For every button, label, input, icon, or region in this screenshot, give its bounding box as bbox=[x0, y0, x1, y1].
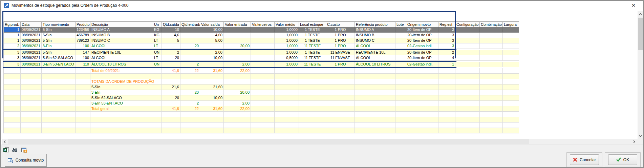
grid-cell[interactable] bbox=[153, 101, 162, 106]
grid-cell[interactable]: KG bbox=[153, 27, 162, 33]
column-header[interactable]: Rg.prod. bbox=[4, 21, 21, 27]
column-header[interactable]: Un bbox=[153, 21, 162, 27]
grid-cell[interactable]: 20-Item de OP bbox=[406, 50, 438, 55]
grid-cell[interactable]: 31,60 bbox=[200, 68, 224, 74]
grid-row[interactable]: TOTAIS DA ORDEM DE PRODUÇÃO bbox=[4, 79, 519, 85]
grid-cell[interactable]: 1 PRO bbox=[326, 62, 355, 67]
grid-cell[interactable] bbox=[275, 85, 299, 90]
column-header[interactable]: Valor saída bbox=[200, 21, 224, 27]
grid-cell[interactable]: INSUMO A bbox=[355, 27, 395, 33]
grid-cell[interactable] bbox=[299, 106, 326, 112]
grid-cell[interactable] bbox=[4, 117, 21, 123]
grid-cell[interactable] bbox=[455, 117, 480, 123]
grid-cell[interactable]: 20 bbox=[180, 90, 200, 95]
grid-cell[interactable] bbox=[42, 101, 76, 106]
grid-cell[interactable] bbox=[299, 79, 326, 85]
grid-cell[interactable]: INSUMO C bbox=[90, 38, 153, 43]
grid-cell[interactable] bbox=[90, 112, 153, 117]
grid-cell[interactable] bbox=[224, 55, 251, 61]
grid-cell[interactable] bbox=[480, 43, 503, 49]
column-header[interactable]: Descrição bbox=[90, 21, 153, 27]
grid-cell[interactable]: 100 bbox=[76, 43, 90, 49]
grid-cell[interactable]: 3-EIn 53-ENT.ACO bbox=[42, 62, 76, 67]
grid-cell[interactable] bbox=[275, 128, 299, 133]
grid-cell[interactable]: ÁLCOOL bbox=[90, 43, 153, 49]
grid-cell[interactable] bbox=[355, 112, 395, 117]
grid-cell[interactable] bbox=[153, 128, 162, 133]
grid-cell[interactable] bbox=[395, 33, 406, 38]
grid-cell[interactable]: 31,60 bbox=[200, 106, 224, 112]
grid-cell[interactable] bbox=[76, 106, 90, 112]
grid-cell[interactable]: 3 bbox=[4, 62, 21, 67]
grid-cell[interactable] bbox=[503, 123, 519, 128]
grid-cell[interactable] bbox=[42, 95, 76, 101]
grid-cell[interactable]: 4,6 bbox=[162, 33, 180, 38]
grid-cell[interactable]: 2 bbox=[180, 62, 200, 67]
grid-cell[interactable] bbox=[42, 90, 76, 95]
grid-cell[interactable] bbox=[153, 90, 162, 95]
grid-cell[interactable] bbox=[503, 85, 519, 90]
grid-cell[interactable] bbox=[153, 79, 162, 85]
grid-cell[interactable] bbox=[251, 43, 275, 49]
grid-cell[interactable] bbox=[153, 85, 162, 90]
grid-cell[interactable] bbox=[275, 90, 299, 95]
grid-cell[interactable] bbox=[224, 95, 251, 101]
grid-cell[interactable] bbox=[251, 79, 275, 85]
column-header[interactable]: Valor médio bbox=[275, 21, 299, 27]
grid-cell[interactable] bbox=[224, 33, 251, 38]
grid-cell[interactable] bbox=[503, 43, 519, 49]
grid-cell[interactable]: 22,00 bbox=[224, 106, 251, 112]
grid-cell[interactable] bbox=[42, 79, 76, 85]
grid-cell[interactable] bbox=[21, 123, 42, 128]
grid-cell[interactable] bbox=[455, 74, 480, 79]
grid-cell[interactable] bbox=[224, 85, 251, 90]
grid-cell[interactable] bbox=[90, 117, 153, 123]
grid-cell[interactable] bbox=[200, 101, 224, 106]
grid-cell[interactable] bbox=[42, 123, 76, 128]
grid-cell[interactable] bbox=[180, 95, 200, 101]
grid-cell[interactable] bbox=[355, 74, 395, 79]
grid-cell[interactable] bbox=[251, 27, 275, 33]
grid-cell[interactable] bbox=[224, 50, 251, 55]
grid-cell[interactable]: 1 bbox=[4, 33, 21, 38]
grid-cell[interactable] bbox=[503, 128, 519, 133]
grid-cell[interactable]: 1,0000 bbox=[275, 27, 299, 33]
grid-cell[interactable] bbox=[162, 128, 180, 133]
grid-cell[interactable]: 5-SIn bbox=[42, 27, 76, 33]
grid-cell[interactable]: 1,0000 bbox=[275, 43, 299, 49]
grid-cell[interactable]: 20-Item de OP bbox=[406, 55, 438, 61]
grid-cell[interactable] bbox=[395, 106, 406, 112]
grid-cell[interactable]: ÁLCOOL bbox=[355, 43, 395, 49]
grid-cell[interactable]: 20 bbox=[162, 55, 180, 61]
grid-cell[interactable] bbox=[4, 85, 21, 90]
grid-cell[interactable] bbox=[299, 95, 326, 101]
grid-cell[interactable] bbox=[76, 128, 90, 133]
grid-cell[interactable] bbox=[162, 112, 180, 117]
grid-cell[interactable] bbox=[4, 101, 21, 106]
column-header[interactable]: Referência produto bbox=[355, 21, 395, 27]
grid-cell[interactable]: LT bbox=[153, 43, 162, 49]
grid-cell[interactable] bbox=[180, 128, 200, 133]
grid-cell[interactable]: 1 bbox=[438, 62, 455, 67]
grid-cell[interactable] bbox=[455, 43, 480, 49]
grid-row[interactable]: 3-EIn2020,00 bbox=[4, 90, 519, 95]
grid-cell[interactable] bbox=[21, 128, 42, 133]
grid-cell[interactable] bbox=[326, 101, 355, 106]
grid-cell[interactable] bbox=[480, 123, 503, 128]
grid-cell[interactable]: 2,00 bbox=[224, 62, 251, 67]
grid-cell[interactable] bbox=[438, 101, 455, 106]
grid-cell[interactable] bbox=[480, 106, 503, 112]
grid-cell[interactable]: 3 bbox=[438, 33, 455, 38]
grid-cell[interactable] bbox=[355, 85, 395, 90]
grid-cell[interactable]: 1 TESTE bbox=[299, 27, 326, 33]
grid-cell[interactable]: 2,00 bbox=[224, 101, 251, 106]
grid-cell[interactable] bbox=[395, 117, 406, 123]
grid-cell[interactable] bbox=[275, 117, 299, 123]
grid-cell[interactable]: 5-SIn 62-SAI.ACO bbox=[90, 95, 153, 101]
grid-cell[interactable] bbox=[76, 90, 90, 95]
grid-cell[interactable] bbox=[153, 74, 162, 79]
grid-cell[interactable]: 08/09/2021 bbox=[21, 62, 42, 67]
grid-cell[interactable] bbox=[251, 101, 275, 106]
grid-cell[interactable] bbox=[355, 95, 395, 101]
grid-cell[interactable] bbox=[251, 55, 275, 61]
